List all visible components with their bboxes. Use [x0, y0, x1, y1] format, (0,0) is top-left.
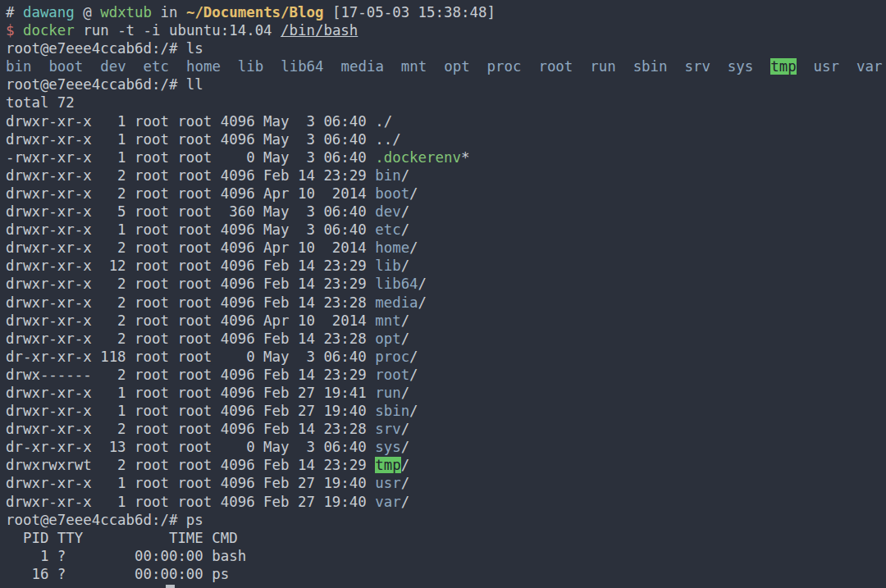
terminal-line: drwxrwxrwt 2 root root 4096 Feb 14 23:29… — [6, 456, 886, 474]
terminal-line: dr-xr-xr-x 118 root root 0 May 3 06:40 p… — [6, 348, 886, 366]
terminal-line: root@e7eee4ccab6d:/# ps — [6, 511, 886, 529]
terminal-line: drwxr-xr-x 1 root root 4096 May 3 06:40 … — [6, 130, 886, 148]
terminal-line: bin boot dev etc home lib lib64 media mn… — [6, 57, 886, 75]
terminal-line: total 72 — [6, 93, 886, 112]
terminal-line: drwxr-xr-x 2 root root 4096 Apr 10 2014 … — [6, 239, 886, 257]
terminal-line: drwxr-xr-x 2 root root 4096 Apr 10 2014 … — [6, 312, 886, 330]
terminal-line: PID TTY TIME CMD — [6, 529, 886, 547]
terminal-line: root@e7eee4ccab6d:/# ls — [6, 39, 886, 57]
terminal-line: drwxr-xr-x 1 root root 4096 Feb 27 19:40… — [6, 493, 886, 511]
terminal-line: drwxr-xr-x 12 root root 4096 Feb 14 23:2… — [6, 257, 886, 275]
terminal-screen: # dawang @ wdxtub in ~/Documents/Blog [1… — [6, 3, 886, 583]
terminal-line: drwxr-xr-x 1 root root 4096 May 3 06:40 … — [6, 112, 886, 130]
terminal-line: $ docker run -t -i ubuntu:14.04 /bin/bas… — [6, 21, 886, 39]
terminal-line: drwxr-xr-x 2 root root 4096 Feb 14 23:28… — [6, 330, 886, 348]
terminal-window[interactable]: # dawang @ wdxtub in ~/Documents/Blog [1… — [0, 0, 886, 588]
terminal-line: drwxr-xr-x 5 root root 360 May 3 06:40 d… — [6, 203, 886, 221]
terminal-line: drwxr-xr-x 2 root root 4096 Feb 14 23:28… — [6, 420, 886, 438]
terminal-line: dr-xr-xr-x 13 root root 0 May 3 06:40 sy… — [6, 438, 886, 456]
terminal-line: root@e7eee4ccab6d:/# ll — [6, 75, 886, 93]
terminal-line: 16 ? 00:00:00 ps — [6, 565, 886, 583]
terminal-line: drwxr-xr-x 1 root root 4096 Feb 27 19:40… — [6, 402, 886, 420]
terminal-line: drwxr-xr-x 2 root root 4096 Apr 10 2014 … — [6, 185, 886, 203]
terminal-line: 1 ? 00:00:00 bash — [6, 547, 886, 565]
terminal-line: drwxr-xr-x 2 root root 4096 Feb 14 23:29… — [6, 166, 886, 185]
terminal-line: # dawang @ wdxtub in ~/Documents/Blog [1… — [6, 3, 886, 21]
terminal-line: drwxr-xr-x 1 root root 4096 Feb 27 19:40… — [6, 474, 886, 492]
terminal-line: drwxr-xr-x 2 root root 4096 Feb 14 23:29… — [6, 275, 886, 293]
terminal-line: drwx------ 2 root root 4096 Feb 14 23:29… — [6, 366, 886, 384]
terminal-line: drwxr-xr-x 1 root root 4096 Feb 27 19:41… — [6, 384, 886, 402]
terminal-line: -rwxr-xr-x 1 root root 0 May 3 06:40 .do… — [6, 148, 886, 166]
terminal-cursor — [166, 585, 175, 588]
terminal-line: drwxr-xr-x 1 root root 4096 May 3 06:40 … — [6, 221, 886, 239]
terminal-line: drwxr-xr-x 2 root root 4096 Feb 14 23:28… — [6, 294, 886, 312]
